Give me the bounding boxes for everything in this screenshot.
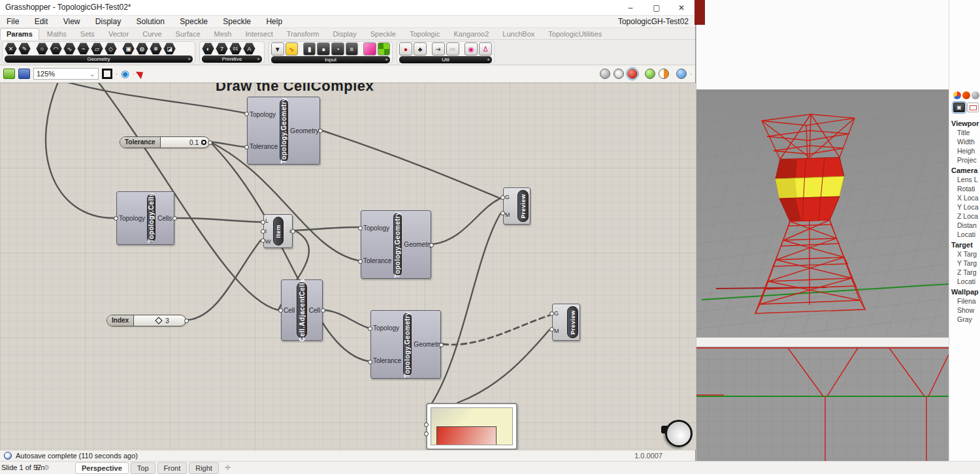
globe-panel-icon[interactable] [972, 91, 979, 99]
prop-title[interactable]: Title [949, 128, 980, 137]
input-port[interactable] [261, 220, 265, 225]
zoom-extents-icon[interactable] [102, 69, 112, 79]
node-cell-adjacentcells[interactable]: Cell Cell.AdjacentCells Cell [281, 279, 323, 341]
shaded-preview-icon[interactable] [627, 69, 638, 79]
menu-file[interactable]: File [0, 16, 25, 27]
display-sphere-icon[interactable] [676, 69, 687, 79]
input-port[interactable] [278, 308, 283, 313]
gear-icon[interactable]: ⚙ [43, 464, 50, 472]
integer-icon[interactable]: 7 [216, 42, 228, 55]
input-port[interactable] [261, 229, 265, 234]
graph-mapper-icon[interactable]: ∿ [286, 42, 299, 55]
tab-sets[interactable]: Sets [74, 29, 101, 40]
cherry-picker-icon[interactable]: ● [399, 42, 412, 55]
prop-ytarget[interactable]: Y Targ [949, 259, 980, 268]
tab-topologicutilities[interactable]: TopologicUtilities [542, 29, 608, 40]
menu-solution[interactable]: Solution [130, 16, 171, 27]
tab-intersect[interactable]: Intersect [240, 29, 279, 40]
tab-curve[interactable]: Curve [137, 29, 167, 40]
minimize-button[interactable]: – [618, 0, 643, 16]
node-material-swatch[interactable] [426, 403, 517, 450]
menu-speckle-1[interactable]: Speckle [173, 16, 214, 27]
preview-eye-icon[interactable]: ◉ [121, 68, 129, 80]
param-x-icon[interactable]: ✕ [5, 42, 17, 55]
tab-mesh[interactable]: Mesh [208, 29, 238, 40]
panel-icon[interactable]: ▮ [303, 42, 316, 55]
input-port[interactable] [549, 327, 554, 332]
input-port[interactable] [424, 432, 429, 436]
tab-front[interactable]: Front [157, 462, 188, 474]
prop-gray[interactable]: Gray [949, 315, 980, 324]
plane-icon[interactable]: ▱ [91, 42, 103, 55]
grasshopper-canvas[interactable]: Draw the CellComplex [0, 83, 696, 450]
node-preview-2[interactable]: G M Preview [552, 304, 580, 341]
knob-icon[interactable]: ● [317, 42, 330, 55]
tab-kangaroo2[interactable]: Kangaroo2 [448, 29, 495, 40]
tab-lunchbox[interactable]: LunchBox [497, 29, 540, 40]
input-port[interactable] [244, 145, 249, 150]
jump-arrow-icon[interactable]: ⇨ [446, 42, 459, 55]
input-port[interactable] [261, 238, 265, 243]
tab-maths[interactable]: Maths [41, 29, 73, 40]
pencil-icon[interactable]: ✎ [18, 42, 31, 55]
output-port[interactable] [172, 216, 177, 221]
node-preview-1[interactable]: G M Preview [503, 187, 531, 225]
prop-yloc[interactable]: Y Loca [949, 202, 980, 212]
title-bar[interactable]: Grasshopper - TopologicGH-Test02* – ▢ ✕ [0, 0, 695, 16]
prop-filename[interactable]: Filena [949, 296, 980, 306]
sketch-pen-icon[interactable] [136, 69, 146, 80]
sphere-icon[interactable]: ◍ [136, 42, 148, 55]
group-label-input[interactable]: Input+ [271, 56, 390, 63]
prop-distance[interactable]: Distan [949, 221, 980, 230]
prop-show[interactable]: Show [949, 306, 980, 315]
rectangle-icon[interactable]: ◇ [105, 42, 117, 55]
prop-ztarget[interactable]: Z Targ [949, 268, 980, 277]
tolerance-slider[interactable]: Tolerance 0.1 [120, 136, 210, 148]
menu-speckle-2[interactable]: Speckle [216, 16, 257, 27]
output-port[interactable] [208, 140, 212, 145]
add-viewport-icon[interactable]: ✛ [221, 462, 235, 474]
input-port[interactable] [358, 226, 363, 230]
node-topology-geometry-2[interactable]: Topology Tolerance Topology.Geometry Geo… [361, 210, 431, 279]
node-title-capsule[interactable]: Topology.Geometry [393, 213, 402, 276]
prop-xloc[interactable]: X Loca [949, 193, 980, 202]
index-slider[interactable]: Index 3 [106, 315, 186, 326]
rendered-preview-icon[interactable] [645, 69, 655, 79]
prop-location[interactable]: Locati [949, 230, 980, 239]
group-label-util[interactable]: Util+ [399, 56, 492, 63]
zoom-dropdown[interactable]: 125% ⌄ [33, 68, 99, 80]
slider-knob[interactable] [201, 140, 206, 145]
canvas-navigation-ball[interactable] [665, 420, 693, 447]
output-port[interactable] [184, 319, 189, 323]
data-capsule-icon[interactable]: ◉ [465, 42, 478, 55]
maximize-button[interactable]: ▢ [644, 0, 669, 16]
node-title-capsule[interactable]: Preview [567, 306, 578, 338]
line-icon[interactable]: ~ [77, 42, 90, 55]
box-icon[interactable]: ▣ [122, 42, 135, 55]
viewport-rect-icon[interactable] [967, 103, 979, 112]
open-file-icon[interactable] [3, 69, 15, 79]
image-sampler-icon[interactable] [378, 42, 391, 55]
node-title-capsule[interactable]: Topology.Geometry [280, 99, 288, 162]
node-topology-geometry-3[interactable]: Topology Tolerance Topology.Geometry Geo… [370, 310, 441, 379]
tree-icon[interactable]: ♣ [414, 42, 427, 55]
flask-icon[interactable]: Δ [479, 42, 492, 55]
menu-view[interactable]: View [57, 16, 87, 27]
tab-top[interactable]: Top [131, 462, 155, 474]
output-port[interactable] [439, 343, 444, 347]
node-title-capsule[interactable]: Topology.Geometry [403, 313, 412, 376]
prop-target-location[interactable]: Locati [949, 277, 980, 286]
group-label-geometry[interactable]: Geometry+ [5, 55, 193, 63]
slider-knob[interactable] [155, 317, 162, 324]
wireframe-preview-icon[interactable] [613, 69, 624, 79]
display-panel-icon[interactable] [953, 91, 961, 99]
rhino-second-viewport[interactable] [696, 347, 949, 461]
node-list-item[interactable]: L i W Item i [263, 214, 293, 248]
circle-icon[interactable]: ○ [36, 42, 48, 55]
item-list-icon[interactable]: ≡ [346, 42, 359, 55]
tab-display[interactable]: Display [327, 29, 363, 40]
tab-topologic[interactable]: Topologic [404, 29, 446, 40]
brep-icon[interactable]: ◪ [163, 42, 176, 55]
menu-display[interactable]: Display [89, 16, 127, 27]
input-port[interactable] [368, 360, 372, 364]
